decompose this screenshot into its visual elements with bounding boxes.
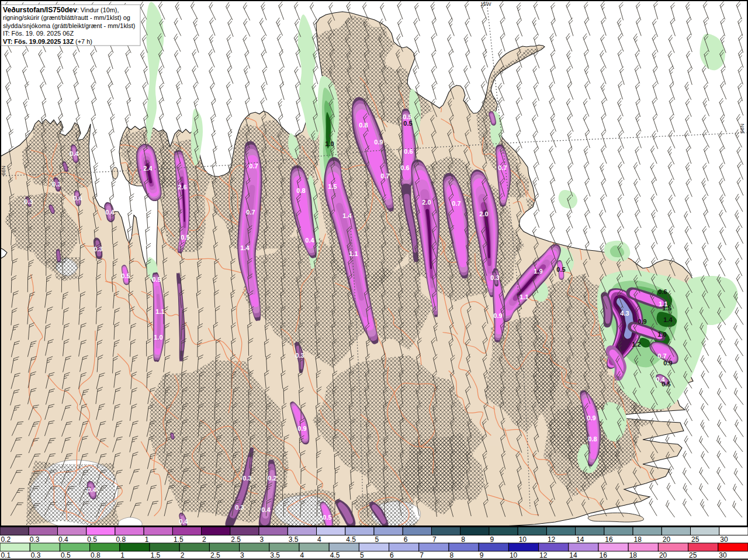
svg-text:0.5: 0.5	[181, 234, 189, 241]
svg-text:0.5: 0.5	[61, 551, 71, 559]
svg-text:0.7: 0.7	[452, 200, 460, 207]
svg-text:1.0: 1.0	[154, 334, 162, 341]
svg-text:18: 18	[629, 551, 638, 559]
svg-text:0.3: 0.3	[24, 198, 33, 205]
svg-text:0.9: 0.9	[297, 425, 306, 432]
svg-text:0.7: 0.7	[498, 164, 507, 171]
svg-text:0.9: 0.9	[663, 359, 672, 367]
svg-text:4: 4	[300, 551, 304, 559]
svg-text:slydda/snjókoma (grátt/bleikt/: slydda/snjókoma (grátt/bleikt/grænt - mm…	[3, 22, 135, 29]
svg-text:18: 18	[634, 535, 642, 544]
svg-text:0.4: 0.4	[70, 150, 79, 157]
svg-text:7: 7	[420, 551, 424, 559]
svg-text:0.8: 0.8	[91, 551, 101, 559]
svg-text:0.4: 0.4	[87, 486, 96, 493]
svg-text:9: 9	[480, 551, 484, 559]
svg-text:0.9: 0.9	[493, 312, 502, 319]
svg-text:0.3: 0.3	[235, 504, 244, 511]
svg-text:25: 25	[691, 535, 699, 544]
svg-text:0.3: 0.3	[243, 475, 251, 482]
svg-text:20: 20	[663, 535, 671, 544]
svg-text:7: 7	[432, 535, 437, 544]
svg-text:2.5: 2.5	[231, 535, 241, 544]
svg-text:0.2: 0.2	[268, 475, 276, 482]
svg-text:0.5: 0.5	[323, 514, 331, 521]
svg-text:3.5: 3.5	[270, 551, 280, 559]
svg-text:0.4: 0.4	[305, 237, 314, 244]
svg-text:0.4: 0.4	[261, 506, 271, 513]
svg-text:0.6: 0.6	[404, 148, 413, 155]
svg-text:0.7: 0.7	[380, 172, 389, 179]
svg-text:0.5: 0.5	[403, 120, 412, 127]
svg-text:1.2: 1.2	[632, 341, 640, 348]
svg-text:1.1: 1.1	[349, 250, 358, 257]
svg-text:15W: 15W	[480, 1, 491, 7]
svg-text:66N: 66N	[1, 165, 6, 175]
svg-text:0.3: 0.3	[30, 535, 40, 544]
svg-text:14: 14	[569, 551, 577, 559]
svg-text:30: 30	[719, 551, 727, 559]
svg-text:10: 10	[510, 551, 518, 559]
svg-text:1.4: 1.4	[240, 244, 250, 251]
svg-text:30: 30	[720, 535, 728, 544]
svg-text:0.4: 0.4	[105, 209, 115, 216]
svg-text:14: 14	[576, 535, 584, 544]
svg-text:0.8: 0.8	[116, 535, 126, 544]
svg-text:12: 12	[548, 535, 556, 544]
svg-text:4.3: 4.3	[620, 310, 629, 317]
svg-text:1.5: 1.5	[174, 535, 183, 544]
svg-text:VT: Fös. 19.09.2025 13Z (+7 h): VT: Fös. 19.09.2025 13Z (+7 h)	[3, 38, 92, 45]
svg-text:2: 2	[181, 551, 185, 559]
svg-text:0.9: 0.9	[374, 139, 383, 146]
svg-text:0.3: 0.3	[52, 181, 61, 188]
svg-text:2.5: 2.5	[210, 551, 220, 559]
svg-text:25: 25	[689, 551, 697, 559]
svg-text:1: 1	[145, 535, 149, 544]
svg-text:1.5: 1.5	[328, 183, 337, 190]
svg-text:0.3: 0.3	[31, 551, 41, 559]
svg-text:5: 5	[375, 535, 379, 544]
svg-text:0.1: 0.1	[1, 551, 11, 559]
svg-text:1.9: 1.9	[534, 268, 542, 275]
svg-text:0.3: 0.3	[490, 274, 499, 281]
svg-text:0.4: 0.4	[73, 195, 82, 202]
svg-text:2.6: 2.6	[178, 184, 186, 191]
svg-text:1.1: 1.1	[520, 293, 528, 300]
svg-text:0.7: 0.7	[249, 163, 258, 170]
svg-text:16: 16	[600, 551, 608, 559]
svg-text:0.3: 0.3	[295, 352, 304, 359]
svg-text:12: 12	[539, 551, 548, 559]
svg-text:5: 5	[360, 551, 364, 559]
svg-text:1.1: 1.1	[155, 308, 164, 315]
svg-text:IT: Fös. 19. 09. 2025 06Z: IT: Fös. 19. 09. 2025 06Z	[3, 30, 74, 37]
svg-text:2.0: 2.0	[422, 199, 431, 206]
svg-text:0.5: 0.5	[121, 272, 130, 279]
svg-text:0.9: 0.9	[587, 414, 595, 421]
svg-text:0.7: 0.7	[246, 209, 255, 216]
svg-text:6: 6	[404, 535, 408, 544]
svg-text:0.4: 0.4	[179, 518, 188, 525]
svg-text:0.2: 0.2	[1, 535, 11, 544]
svg-text:0.8: 0.8	[359, 122, 368, 129]
svg-text:3: 3	[240, 551, 244, 559]
svg-text:1.4: 1.4	[342, 212, 352, 219]
svg-text:0.5: 0.5	[556, 266, 565, 273]
svg-text:1.0: 1.0	[325, 140, 334, 147]
svg-text:1.5: 1.5	[151, 551, 161, 559]
svg-text:0.7: 0.7	[657, 352, 666, 359]
svg-text:4.5: 4.5	[346, 535, 356, 544]
svg-text:20: 20	[659, 551, 667, 559]
svg-text:66N: 66N	[739, 123, 745, 133]
svg-text:0.4: 0.4	[58, 535, 68, 544]
svg-text:1.4: 1.4	[663, 316, 673, 323]
svg-text:0.6: 0.6	[400, 164, 409, 171]
svg-text:1.5: 1.5	[662, 305, 671, 312]
svg-text:0.5: 0.5	[662, 381, 670, 388]
svg-text:2: 2	[202, 535, 206, 544]
svg-text:8: 8	[461, 535, 465, 544]
svg-text:16: 16	[605, 535, 613, 544]
svg-text:0.9: 0.9	[638, 318, 646, 325]
svg-text:0.8: 0.8	[296, 187, 305, 194]
svg-text:9: 9	[490, 535, 494, 544]
svg-text:Veðurstofan/IS750dev: Vindur (: Veðurstofan/IS750dev: Vindur (10m),	[3, 6, 119, 14]
